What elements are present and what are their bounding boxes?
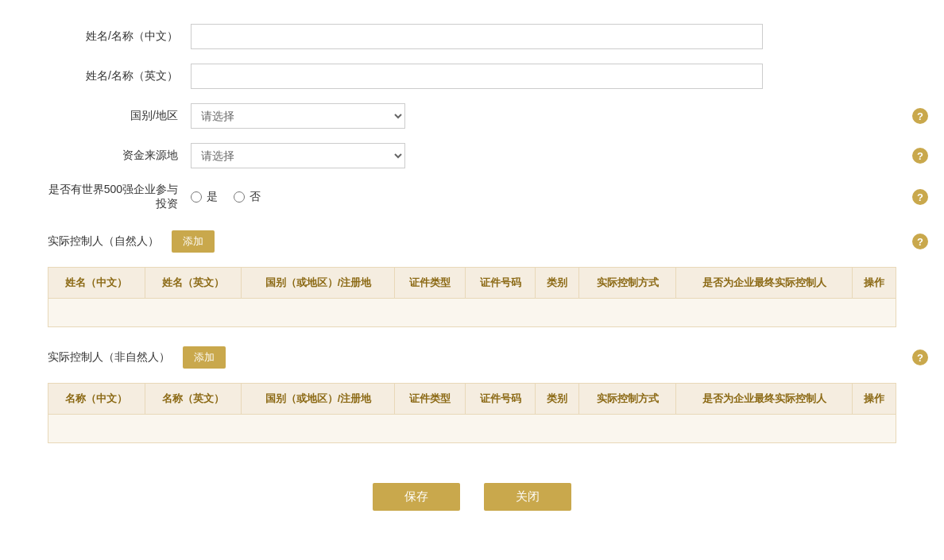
section1-col-action: 操作 bbox=[852, 268, 896, 299]
country-label: 国别/地区 bbox=[48, 109, 191, 123]
section2-header: 实际控制人（非自然人） 添加 ? bbox=[48, 346, 896, 377]
section2-col-cert-type: 证件类型 bbox=[395, 384, 465, 415]
fortune500-radio-group: 是 否 bbox=[191, 190, 261, 204]
section2-col-is-final: 是否为企业最终实际控制人 bbox=[676, 384, 853, 415]
section1-col-country: 国别（或地区）/注册地 bbox=[242, 268, 395, 299]
section2-col-country: 国别（或地区）/注册地 bbox=[242, 384, 395, 415]
section2-help-icon[interactable]: ? bbox=[912, 350, 928, 365]
section2-col-category: 类别 bbox=[536, 384, 579, 415]
section1-col-name-cn: 姓名（中文） bbox=[48, 268, 145, 299]
footer-buttons: 保存 关闭 bbox=[48, 483, 896, 511]
section2-col-name-cn: 名称（中文） bbox=[48, 384, 145, 415]
section2-add-button[interactable]: 添加 bbox=[183, 346, 226, 369]
section2-col-action: 操作 bbox=[852, 384, 896, 415]
section1-title: 实际控制人（自然人） bbox=[48, 234, 159, 249]
section2-col-control-method: 实际控制方式 bbox=[579, 384, 676, 415]
section1-col-cert-no: 证件号码 bbox=[465, 268, 535, 299]
section1-col-name-en: 姓名（英文） bbox=[145, 268, 242, 299]
section1-col-cert-type: 证件类型 bbox=[395, 268, 465, 299]
save-button[interactable]: 保存 bbox=[373, 483, 460, 511]
fund-help-icon[interactable]: ? bbox=[912, 148, 928, 164]
country-select[interactable]: 请选择 bbox=[191, 103, 405, 129]
close-button[interactable]: 关闭 bbox=[484, 483, 571, 511]
section1-table: 姓名（中文） 姓名（英文） 国别（或地区）/注册地 证件类型 证件号码 类别 实… bbox=[48, 267, 896, 327]
fortune500-help-icon[interactable]: ? bbox=[912, 189, 928, 205]
section2-table-header-row: 名称（中文） 名称（英文） 国别（或地区）/注册地 证件类型 证件号码 类别 实… bbox=[48, 384, 896, 415]
fortune500-label: 是否有世界500强企业参与投资 bbox=[48, 183, 191, 211]
section1-col-is-final: 是否为企业最终实际控制人 bbox=[676, 268, 853, 299]
name-cn-input[interactable] bbox=[191, 24, 763, 49]
section1-add-button[interactable]: 添加 bbox=[172, 230, 215, 253]
country-help-icon[interactable]: ? bbox=[912, 108, 928, 124]
fortune500-no-option[interactable]: 否 bbox=[234, 190, 261, 204]
fortune500-no-label: 否 bbox=[250, 190, 261, 204]
section1-col-control-method: 实际控制方式 bbox=[579, 268, 676, 299]
fund-source-label: 资金来源地 bbox=[48, 149, 191, 163]
section2-col-cert-no: 证件号码 bbox=[465, 384, 535, 415]
fortune500-yes-option[interactable]: 是 bbox=[191, 190, 218, 204]
section1-col-category: 类别 bbox=[536, 268, 579, 299]
name-en-input[interactable] bbox=[191, 64, 763, 89]
section2-title: 实际控制人（非自然人） bbox=[48, 350, 170, 365]
section1-empty-row bbox=[48, 299, 896, 327]
section1-help-icon[interactable]: ? bbox=[912, 234, 928, 249]
fund-source-select[interactable]: 请选择 bbox=[191, 143, 405, 168]
fortune500-yes-radio[interactable] bbox=[191, 191, 202, 203]
section1-table-header-row: 姓名（中文） 姓名（英文） 国别（或地区）/注册地 证件类型 证件号码 类别 实… bbox=[48, 268, 896, 299]
name-en-label: 姓名/名称（英文） bbox=[48, 69, 191, 83]
section2-empty-row bbox=[48, 415, 896, 443]
name-cn-label: 姓名/名称（中文） bbox=[48, 29, 191, 44]
section1-header: 实际控制人（自然人） 添加 ? bbox=[48, 230, 896, 261]
fortune500-no-radio[interactable] bbox=[234, 191, 245, 203]
section2-table: 名称（中文） 名称（英文） 国别（或地区）/注册地 证件类型 证件号码 类别 实… bbox=[48, 383, 896, 443]
fortune500-yes-label: 是 bbox=[207, 190, 218, 204]
section2-col-name-en: 名称（英文） bbox=[145, 384, 242, 415]
